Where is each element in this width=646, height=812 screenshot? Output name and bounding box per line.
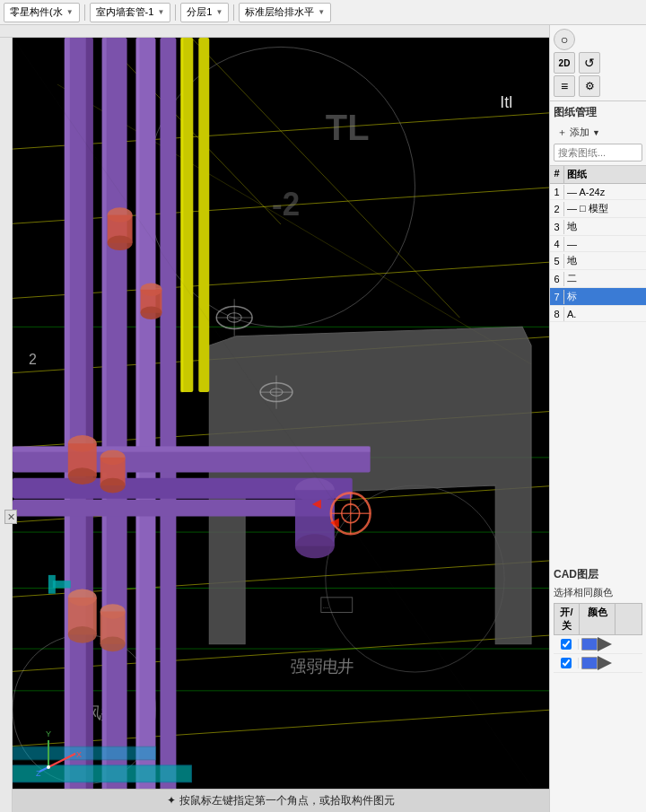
- svg-rect-42: [13, 500, 335, 517]
- svg-text:Z: Z: [36, 769, 41, 778]
- dropdown-fenceng[interactable]: 分层1 ▼: [180, 3, 229, 22]
- icon-row-2: 2D ↺: [554, 52, 642, 74]
- sheet-row-7[interactable]: 7 标: [550, 288, 646, 306]
- svg-rect-32: [102, 38, 107, 812]
- sheet-row-8[interactable]: 8 A.: [550, 306, 646, 322]
- svg-rect-29: [65, 38, 70, 812]
- svg-point-57: [68, 626, 97, 643]
- svg-text:强弱电井: 强弱电井: [290, 657, 354, 676]
- status-bar: ✦ 按鼠标左键指定第一个角点，或拾取构件图元: [13, 789, 549, 812]
- sheet-num-7: 7: [550, 290, 564, 304]
- svg-rect-35: [160, 38, 176, 812]
- sheet-name-7: 标: [564, 288, 646, 305]
- svg-text:...: ...: [323, 602, 329, 610]
- separator2: [175, 4, 176, 21]
- separator3: [233, 4, 234, 21]
- circle-icon-btn[interactable]: ○: [554, 29, 575, 50]
- add-option-icon: ▼: [592, 128, 600, 137]
- layer-table-header: 开/关 颜色: [554, 603, 642, 635]
- svg-text:TL: TL: [326, 107, 370, 149]
- layer-header-onoff: 开/关: [554, 604, 580, 634]
- sheet-name-5: 地: [564, 252, 646, 269]
- layer-color-1: [579, 635, 615, 653]
- sheet-name-3: 地: [564, 218, 646, 235]
- sheet-name-6: 二: [564, 270, 646, 287]
- add-sheet-btn[interactable]: ＋ 添加 ▼: [554, 124, 642, 141]
- menu-icon-btn[interactable]: ≡: [554, 75, 575, 97]
- sheet-num-5: 5: [550, 254, 564, 268]
- col-name-header: 图纸: [564, 166, 646, 183]
- axis-indicator: X Y Z: [35, 727, 89, 781]
- sheet-row-6[interactable]: 6 二: [550, 270, 646, 288]
- svg-point-92: [47, 765, 50, 769]
- svg-point-51: [68, 467, 97, 485]
- sheet-num-2: 2: [550, 202, 564, 216]
- dropdown-shineiqiantaoguan[interactable]: 室内墙套管-1 ▼: [90, 3, 171, 22]
- svg-point-45: [108, 235, 133, 250]
- layer-row-1: [554, 635, 642, 654]
- sheet-row-5[interactable]: 5 地: [550, 252, 646, 270]
- svg-rect-30: [86, 38, 93, 812]
- horizontal-ruler: [0, 25, 549, 38]
- cad-viewport[interactable]: TL -2 2 强弱电井 风井: [13, 38, 549, 812]
- cad-scene: TL -2 2 强弱电井 风井: [13, 38, 549, 812]
- main-layout: TL -2 2 强弱电井 风井: [0, 25, 646, 812]
- sheet-row-3[interactable]: 3 地: [550, 218, 646, 236]
- cad-layer-section: CAD图层 选择相同颜色 开/关 颜色: [550, 563, 646, 812]
- icon-row-1: ○: [554, 29, 642, 50]
- dropdown-biaozhunceng[interactable]: 标准层给排水平 ▼: [239, 3, 331, 22]
- right-panel: ○ 2D ↺ ≡ ⚙ 图纸管理 ＋ 添加 ▼ # 图纸: [549, 25, 646, 812]
- color-swatch-2[interactable]: [581, 657, 598, 669]
- 2d-icon-btn[interactable]: 2D: [554, 52, 575, 74]
- sheet-num-3: 3: [550, 220, 564, 234]
- svg-rect-40: [13, 446, 371, 451]
- sheet-mgmt-title: 图纸管理: [554, 105, 642, 120]
- svg-rect-38: [198, 38, 209, 392]
- sheet-num-8: 8: [550, 307, 564, 321]
- svg-text:X: X: [76, 750, 82, 759]
- layer-header-color: 颜色: [580, 604, 615, 634]
- sheet-management-section: 图纸管理 ＋ 添加 ▼: [550, 101, 646, 166]
- gear-icon-btn[interactable]: ⚙: [579, 75, 600, 97]
- sheet-row-1[interactable]: 1 — A-24z: [550, 184, 646, 200]
- cad-layer-title: CAD图层: [554, 567, 642, 582]
- sheet-num-4: 4: [550, 237, 564, 251]
- svg-point-54: [100, 478, 126, 493]
- left-panel-close-btn[interactable]: ✕: [4, 510, 17, 524]
- color-swatch-1[interactable]: [581, 638, 598, 650]
- select-same-color-btn[interactable]: 选择相同颜色: [554, 586, 642, 599]
- sheet-row-2[interactable]: 2 — □ 模型: [550, 200, 646, 218]
- viewport-with-rulers: TL -2 2 强弱电井 风井: [0, 25, 549, 812]
- plus-icon: ＋: [557, 126, 567, 139]
- layer-row-2: [554, 654, 642, 673]
- svg-text:-2: -2: [272, 186, 300, 223]
- layer-play-btn-2[interactable]: [598, 656, 612, 670]
- col-num-header: #: [550, 166, 564, 183]
- sheet-row-4[interactable]: 4 —: [550, 236, 646, 252]
- svg-rect-34: [136, 38, 140, 812]
- panel-icon-row: ○ 2D ↺ ≡ ⚙: [550, 25, 646, 101]
- separator1: [84, 4, 85, 21]
- svg-point-71: [295, 534, 335, 558]
- svg-rect-77: [48, 575, 56, 594]
- vertical-ruler: [0, 38, 13, 812]
- svg-text:2: 2: [29, 351, 37, 367]
- sheet-list: 1 — A-24z 2 — □ 模型 3 地 4 — 5 地 6 二: [550, 184, 646, 322]
- left-section: TL -2 2 强弱电井 风井: [0, 25, 549, 812]
- search-sheets-input[interactable]: [554, 144, 642, 162]
- layer-toggle-2[interactable]: [554, 658, 579, 668]
- svg-point-60: [100, 637, 126, 652]
- rotate-icon-btn[interactable]: ↺: [579, 52, 600, 74]
- sheet-name-2: — □ 模型: [564, 200, 646, 217]
- icon-row-3: ≡ ⚙: [554, 75, 642, 97]
- sheet-name-1: — A-24z: [564, 185, 646, 199]
- layer-play-btn-1[interactable]: [598, 637, 612, 651]
- svg-text:Itl: Itl: [500, 92, 512, 111]
- sheet-num-1: 1: [550, 185, 564, 199]
- sheet-name-4: —: [564, 237, 646, 251]
- layer-toggle-1[interactable]: [554, 639, 579, 650]
- svg-line-86: [48, 754, 75, 767]
- svg-rect-37: [180, 38, 183, 392]
- dropdown-zelingoujiian[interactable]: 零星构件(水 ▼: [4, 3, 80, 22]
- top-toolbar: 零星构件(水 ▼ 室内墙套管-1 ▼ 分层1 ▼ 标准层给排水平 ▼: [0, 0, 646, 25]
